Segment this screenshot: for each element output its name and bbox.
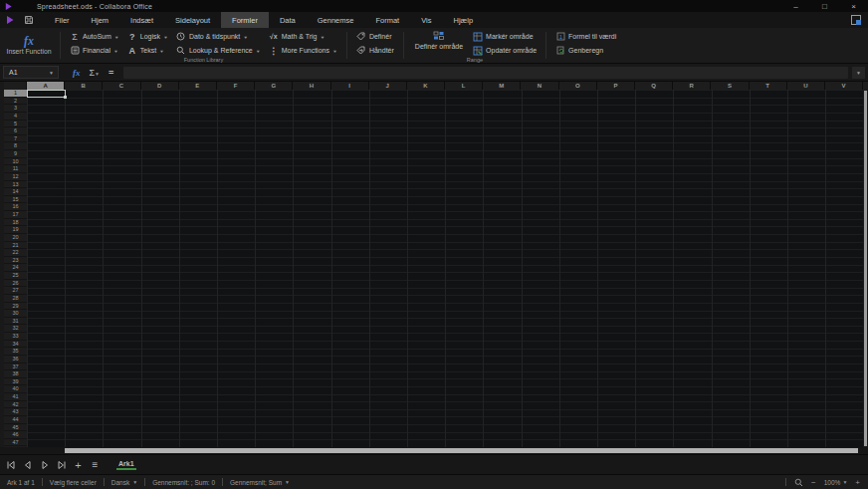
- column-header-R[interactable]: R: [673, 82, 711, 90]
- row-header-36[interactable]: 36: [4, 356, 27, 364]
- add-sheet-icon[interactable]: +: [73, 459, 84, 470]
- row-header-3[interactable]: 3: [4, 105, 27, 113]
- definer-omraade-button[interactable]: Definér område: [409, 30, 469, 50]
- column-header-V[interactable]: V: [825, 82, 863, 90]
- row-header-1[interactable]: 1: [4, 90, 27, 98]
- row-header-6[interactable]: 6: [4, 127, 27, 135]
- status-item-3[interactable]: Dansk▼: [105, 479, 144, 486]
- row-header-31[interactable]: 31: [4, 318, 27, 326]
- math-trig-button[interactable]: √x Math & Trig ▼: [265, 30, 341, 43]
- menu-item-data[interactable]: Data: [269, 12, 307, 28]
- column-header-S[interactable]: S: [711, 82, 749, 90]
- row-header-9[interactable]: 9: [4, 150, 27, 158]
- row-header-17[interactable]: 17: [4, 211, 27, 219]
- sheet-tab-ark1[interactable]: Ark1: [116, 459, 136, 470]
- row-header-23[interactable]: 23: [4, 257, 27, 265]
- genberegn-button[interactable]: Genberegn: [551, 44, 620, 57]
- column-header-F[interactable]: F: [217, 82, 255, 90]
- zoom-level-dropdown[interactable]: 100%▼: [824, 479, 848, 486]
- menu-item-indsæt[interactable]: Indsæt: [119, 12, 164, 28]
- select-all-corner[interactable]: [4, 82, 27, 90]
- name-box[interactable]: A1 ▼: [3, 66, 59, 79]
- last-sheet-icon[interactable]: [56, 459, 67, 470]
- opdater-omraade-button[interactable]: Opdatér område: [469, 44, 541, 57]
- row-header-38[interactable]: 38: [4, 370, 27, 378]
- row-header-7[interactable]: 7: [4, 135, 27, 143]
- column-header-J[interactable]: J: [369, 82, 407, 90]
- row-header-26[interactable]: 26: [4, 280, 27, 288]
- menu-item-sidelayout[interactable]: Sidelayout: [164, 12, 221, 28]
- financial-button[interactable]: Financial ▼: [66, 44, 123, 57]
- horizontal-scrollbar[interactable]: [0, 447, 868, 454]
- menu-item-filer[interactable]: Filer: [44, 12, 81, 28]
- row-header-2[interactable]: 2: [4, 98, 27, 106]
- column-header-T[interactable]: T: [750, 82, 787, 90]
- column-header-O[interactable]: O: [559, 82, 597, 90]
- cells-area[interactable]: [27, 90, 868, 447]
- more-functions-button[interactable]: ⋮ More Functions ▼: [265, 44, 341, 57]
- row-header-11[interactable]: 11: [4, 165, 27, 173]
- row-header-20[interactable]: 20: [4, 234, 27, 242]
- row-header-35[interactable]: 35: [4, 348, 27, 356]
- column-header-Q[interactable]: Q: [635, 82, 673, 90]
- column-header-D[interactable]: D: [141, 82, 179, 90]
- row-header-45[interactable]: 45: [4, 424, 27, 432]
- tekst-button[interactable]: A Tekst ▼: [123, 44, 172, 57]
- logisk-button[interactable]: ? Logisk ▼: [123, 30, 172, 43]
- column-header-K[interactable]: K: [407, 82, 445, 90]
- insert-function-button[interactable]: fx Insert Function: [0, 28, 58, 63]
- row-header-19[interactable]: 19: [4, 226, 27, 234]
- row-header-41[interactable]: 41: [4, 393, 27, 401]
- row-header-34[interactable]: 34: [4, 341, 27, 349]
- menu-item-hjælp[interactable]: Hjælp: [443, 12, 485, 28]
- row-header-39[interactable]: 39: [4, 378, 27, 386]
- definer-button[interactable]: Definér: [352, 30, 398, 43]
- row-header-42[interactable]: 42: [4, 401, 27, 409]
- row-header-27[interactable]: 27: [4, 287, 27, 295]
- column-header-I[interactable]: I: [331, 82, 369, 90]
- previous-sheet-icon[interactable]: [22, 459, 33, 470]
- column-header-M[interactable]: M: [483, 82, 521, 90]
- row-header-5[interactable]: 5: [4, 121, 27, 128]
- menu-item-gennemse[interactable]: Gennemse: [307, 12, 365, 28]
- row-header-24[interactable]: 24: [4, 264, 27, 272]
- row-header-21[interactable]: 21: [4, 242, 27, 250]
- row-header-46[interactable]: 46: [4, 431, 27, 439]
- row-header-10[interactable]: 10: [4, 158, 27, 166]
- column-header-L[interactable]: L: [445, 82, 483, 90]
- vertical-scrollbar[interactable]: [863, 90, 868, 447]
- row-header-4[interactable]: 4: [4, 113, 27, 121]
- column-header-G[interactable]: G: [255, 82, 293, 90]
- column-header-U[interactable]: U: [787, 82, 825, 90]
- menu-item-format[interactable]: Format: [364, 12, 410, 28]
- row-header-8[interactable]: 8: [4, 142, 27, 150]
- row-header-14[interactable]: 14: [4, 188, 27, 196]
- formula-input[interactable]: [123, 67, 848, 79]
- column-header-P[interactable]: P: [597, 82, 635, 90]
- expand-formula-bar-button[interactable]: ▼: [852, 67, 865, 79]
- menu-item-formler[interactable]: Formler: [221, 12, 269, 28]
- row-header-28[interactable]: 28: [4, 295, 27, 303]
- sheet-menu-icon[interactable]: ≡: [90, 459, 101, 470]
- formel-til-vaerdi-button[interactable]: 1 Formel til værdi: [551, 30, 620, 43]
- menu-item-vis[interactable]: Vis: [410, 12, 442, 28]
- row-header-13[interactable]: 13: [4, 181, 27, 189]
- row-header-40[interactable]: 40: [4, 385, 27, 393]
- column-header-E[interactable]: E: [179, 82, 217, 90]
- column-header-H[interactable]: H: [293, 82, 330, 90]
- zoom-in-button[interactable]: +: [855, 478, 860, 487]
- minimize-button[interactable]: –: [781, 0, 810, 12]
- row-header-44[interactable]: 44: [4, 416, 27, 424]
- autosum-button[interactable]: Σ AutoSum ▼: [66, 30, 123, 43]
- marker-omraade-button[interactable]: Markér område: [469, 30, 541, 43]
- column-header-N[interactable]: N: [521, 82, 558, 90]
- status-item-5[interactable]: Gennemsnit; Sum▼: [223, 479, 297, 486]
- column-header-C[interactable]: C: [103, 82, 140, 90]
- row-header-25[interactable]: 25: [4, 272, 27, 280]
- menu-item-hjem[interactable]: Hjem: [81, 12, 120, 28]
- next-sheet-icon[interactable]: [39, 459, 50, 470]
- row-header-29[interactable]: 29: [4, 303, 27, 311]
- zoom-icon[interactable]: [794, 478, 803, 487]
- row-header-15[interactable]: 15: [4, 196, 27, 204]
- haandter-button[interactable]: Håndtér: [352, 44, 398, 57]
